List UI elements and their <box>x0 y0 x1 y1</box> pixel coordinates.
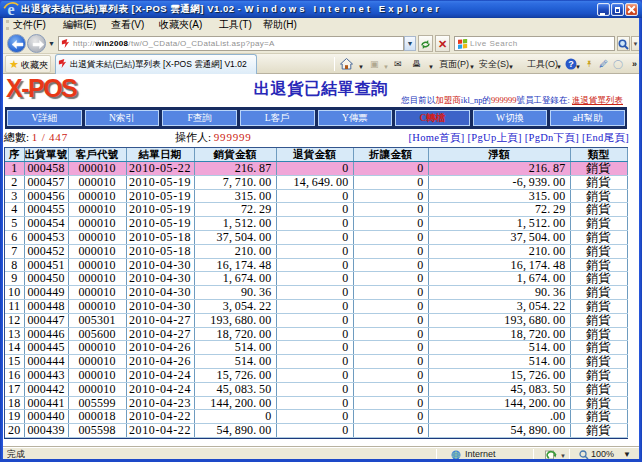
svg-text:?: ? <box>568 59 574 69</box>
